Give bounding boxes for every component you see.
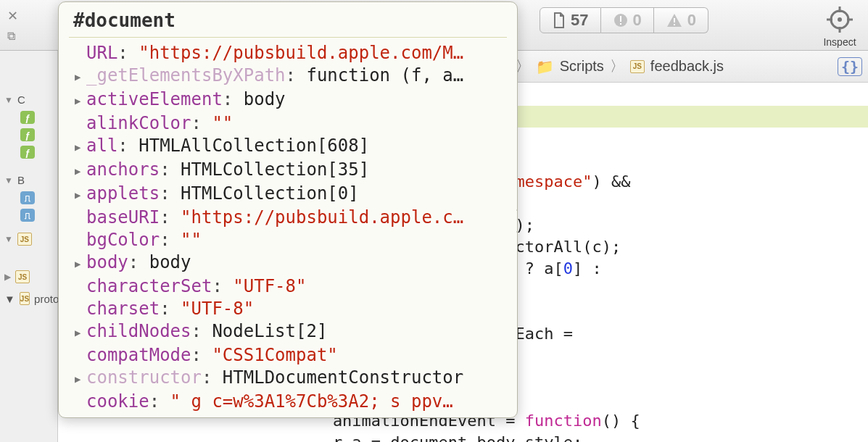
warning-count-pill[interactable]: 0 [654,7,708,33]
breadcrumb-item[interactable]: Scripts [560,58,604,75]
property-row[interactable]: baseURI: "https://pubsbuild.apple.c… [75,207,507,229]
property-row[interactable]: alinkColor: "" [75,112,507,135]
colon: : [191,113,212,133]
disclosure-triangle-icon[interactable]: ▶ [75,160,86,183]
breakpoint-item[interactable]: ⎍ [0,189,57,207]
disclosure-triangle-icon[interactable]: ▶ [75,184,86,207]
sidebar-section-breakpoints[interactable]: ▼ B [0,171,57,189]
colon: : [160,230,181,250]
property-name: body [86,252,128,272]
document-icon [552,12,566,28]
svg-rect-4 [674,24,675,25]
colon: : [286,65,307,86]
colon: : [202,367,223,388]
sidebar-section-callstack[interactable]: ▼ C [0,91,57,109]
property-row[interactable]: cookie: " g c=w%3A1%7Cb%3A2; s ppv… [75,391,507,413]
sidebar-file[interactable]: ▼ JS prototype.js [0,289,57,308]
sidebar-section-label: C [17,93,25,106]
chevron-right-icon: 〉 [610,57,624,76]
property-value: HTMLDocumentConstructor [223,367,463,388]
property-value: "UTF-8" [233,276,306,296]
disclosure-triangle-icon[interactable]: ▶ [75,368,86,391]
js-file-icon: JS [15,270,30,283]
property-name: charset [86,299,160,319]
colon: : [160,299,181,319]
property-name: alinkColor [86,113,191,133]
property-row[interactable]: compatMode: "CSS1Compat" [75,344,507,367]
object-popover: #document URL: "https://pubsbuild.apple.… [58,1,518,418]
callstack-frame[interactable]: ƒ [0,109,57,126]
colon: : [160,159,181,180]
code-token: function [525,412,602,430]
property-row[interactable]: ▶activeElement: body [75,88,507,112]
breakpoint-item[interactable]: ⎍ [0,207,57,224]
disclosure-triangle-icon[interactable]: ▶ [75,322,86,344]
property-value: "CSS1Compat" [212,345,337,365]
status-pill-group: 57 0 0 [540,7,708,33]
crosshair-icon [823,3,856,36]
disclosure-triangle-icon[interactable]: ▶ [75,90,86,112]
property-name: activeElement [86,89,223,109]
property-value: body [244,89,286,109]
property-name: bgColor [86,230,160,250]
sidebar-subsection[interactable]: ▼ JS [0,230,57,249]
colon: : [223,89,244,109]
property-row[interactable]: ▶applets: HTMLCollection[0] [75,183,507,207]
property-name: anchors [86,159,160,180]
property-row[interactable]: charset: "UTF-8" [75,298,507,320]
inspect-button[interactable]: Inspect [823,3,856,48]
js-file-icon: JS [17,233,32,246]
chevron-down-icon: ▼ [4,175,13,185]
property-name: URL [86,43,117,63]
property-row[interactable]: ▶childNodes: NodeList[2] [75,320,507,344]
detach-icon[interactable]: ⧉ [7,30,18,43]
js-file-icon: JS [20,292,30,305]
property-name: compatMode [86,345,191,365]
code-token: ] : [573,259,602,278]
callstack-frame[interactable]: ƒ [0,143,57,161]
error-count-pill[interactable]: 0 [601,7,654,33]
property-row[interactable]: ▶_getElementsByXPath: function (f, a… [75,64,507,88]
popover-title: #document [69,7,507,38]
property-row[interactable]: ▶constructor: HTMLDocumentConstructor [75,367,507,391]
disclosure-triangle-icon[interactable]: ▶ [75,66,86,88]
frame-badge-icon: ƒ [20,146,35,159]
sidebar-subsection[interactable]: ▶ JS [0,267,57,286]
colon: : [149,391,170,412]
sidebar-section-label: B [17,174,25,186]
property-row[interactable]: ▶all: HTMLAllCollection[608] [75,135,507,159]
close-icon[interactable]: ✕ [7,8,18,24]
colon: : [191,321,212,341]
colon: : [212,276,233,296]
svg-rect-3 [674,18,675,22]
disclosure-triangle-icon[interactable]: ▶ [75,253,86,275]
callstack-frame[interactable]: ƒ [0,126,57,143]
property-value: HTMLCollection[35] [181,159,369,180]
chevron-down-icon: ▼ [4,234,13,244]
property-row[interactable]: URL: "https://pubsbuild.apple.com/M… [75,42,507,64]
property-value: "" [212,113,233,133]
property-name: constructor [86,367,202,388]
chevron-right-icon: ▶ [4,272,11,282]
property-name: cookie [86,391,149,412]
breakpoint-badge-icon: ⎍ [20,209,35,222]
property-row[interactable]: characterSet: "UTF-8" [75,275,507,298]
colon: : [117,135,139,156]
property-value: NodeList[2] [212,321,327,341]
property-name: childNodes [86,321,191,341]
breadcrumb-item[interactable]: feedback.js [650,58,724,75]
property-list[interactable]: URL: "https://pubsbuild.apple.com/M…▶_ge… [69,42,507,413]
pretty-print-button[interactable]: {} [838,57,862,76]
inspect-label: Inspect [823,36,856,48]
svg-rect-1 [620,16,621,22]
code-token: 0 [563,259,573,278]
warning-icon [666,12,683,28]
property-value: "UTF-8" [181,299,254,319]
property-row[interactable]: ▶body: body [75,251,507,275]
disclosure-triangle-icon[interactable]: ▶ [75,136,86,159]
breakpoint-badge-icon: ⎍ [20,191,35,204]
property-row[interactable]: ▶anchors: HTMLCollection[35] [75,159,507,183]
property-value: "https://pubsbuild.apple.c… [181,207,463,228]
resource-count-pill[interactable]: 57 [540,7,600,33]
property-row[interactable]: bgColor: "" [75,229,507,251]
